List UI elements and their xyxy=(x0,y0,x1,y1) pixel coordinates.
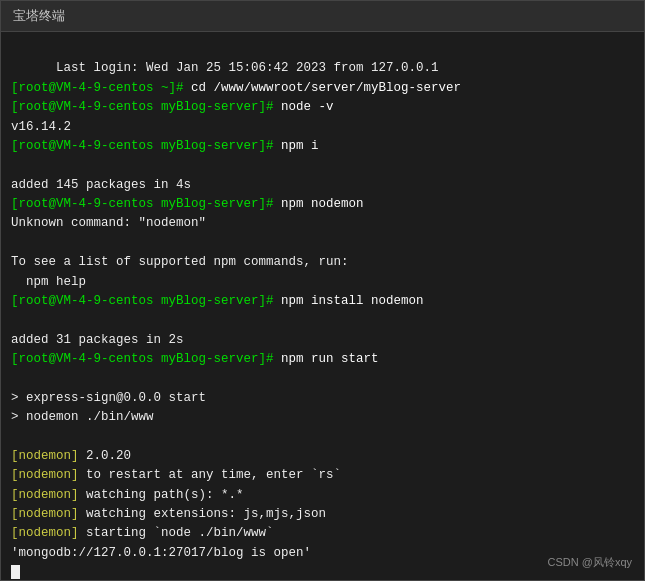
line-6: added 145 packages in 4s xyxy=(11,178,191,192)
line-10: added 31 packages in 2s xyxy=(11,333,184,347)
line-4: v16.14.2 xyxy=(11,120,71,134)
line-2: [root@VM-4-9-centos ~]# xyxy=(11,81,191,95)
watermark: CSDN @风铃xqy xyxy=(547,555,632,570)
title-bar-text: 宝塔终端 xyxy=(13,7,65,25)
terminal-content: Last login: Wed Jan 25 15:06:42 2023 fro… xyxy=(11,40,634,580)
line-12: > express-sign@0.0.0 start > nodemon ./b… xyxy=(11,391,206,424)
line-7: [root@VM-4-9-centos myBlog-server]# xyxy=(11,197,281,211)
line-nodemon-1: [nodemon] xyxy=(11,449,79,463)
line-11: [root@VM-4-9-centos myBlog-server]# xyxy=(11,352,281,366)
line-5: [root@VM-4-9-centos myBlog-server]# xyxy=(11,139,281,153)
line-1: Last login: Wed Jan 25 15:06:42 2023 fro… xyxy=(56,61,439,75)
line-nodemon-5: [nodemon] xyxy=(11,526,79,540)
terminal-body[interactable]: Last login: Wed Jan 25 15:06:42 2023 fro… xyxy=(1,32,644,580)
line-nodemon-3: [nodemon] xyxy=(11,488,79,502)
line-nodemon-4: [nodemon] xyxy=(11,507,79,521)
line-3: [root@VM-4-9-centos myBlog-server]# xyxy=(11,100,281,114)
line-13: 'mongodb://127.0.0.1:27017/blog is open' xyxy=(11,546,311,560)
line-9: [root@VM-4-9-centos myBlog-server]# xyxy=(11,294,281,308)
line-8: Unknown command: "nodemon" To see a list… xyxy=(11,216,349,288)
line-nodemon-2: [nodemon] xyxy=(11,468,79,482)
terminal-window: 宝塔终端 Last login: Wed Jan 25 15:06:42 202… xyxy=(0,0,645,581)
title-bar: 宝塔终端 xyxy=(1,1,644,32)
cursor xyxy=(11,565,20,579)
